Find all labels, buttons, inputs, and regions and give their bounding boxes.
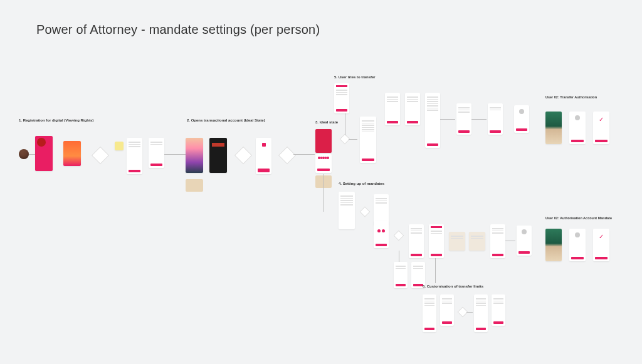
screen-s3-form-c[interactable]	[456, 103, 471, 135]
connector-h2	[440, 119, 455, 120]
decision-node-2[interactable]	[234, 147, 252, 164]
section-2-label: 2. Opens transactional account (Ideal St…	[187, 118, 265, 122]
connector-s2s3	[293, 154, 315, 155]
primary-button	[336, 109, 347, 112]
error-banner-icon	[212, 143, 224, 147]
section-4-label: 4. Setting up of mandates	[339, 182, 384, 185]
primary-button	[442, 321, 452, 324]
primary-button	[516, 128, 527, 131]
flow-canvas[interactable]: Power of Attorney - mandate settings (pe…	[0, 0, 642, 364]
primary-button	[571, 257, 584, 259]
section-5-label: 5. User tries to transfer	[334, 75, 376, 79]
screen-s6-b[interactable]	[440, 294, 454, 326]
screen-u1-avatar[interactable]	[569, 112, 586, 144]
user-flow-2-label: User 02: Authorisation Account Mandate	[545, 216, 612, 220]
screen-lockscreen-2[interactable]	[545, 229, 562, 261]
screen-dark[interactable]	[209, 138, 227, 173]
screen-s3-list-1[interactable]	[360, 117, 376, 163]
screen-s3-form-d[interactable]	[488, 103, 503, 135]
primary-button	[407, 121, 418, 123]
avatar-icon	[519, 109, 524, 114]
primary-button	[493, 321, 503, 324]
screen-u2-avatar[interactable]	[569, 229, 586, 261]
page-title: Power of Attorney - mandate settings (pe…	[36, 23, 320, 37]
primary-button	[129, 170, 140, 172]
primary-button	[317, 169, 330, 171]
decision-mini-2[interactable]	[360, 207, 371, 217]
connector-h4	[505, 241, 515, 241]
screen-alert[interactable]	[256, 138, 271, 174]
primary-button	[490, 130, 501, 133]
dot-icon	[377, 229, 381, 232]
decision-node-3[interactable]	[278, 147, 296, 164]
primary-button	[387, 121, 398, 123]
screen-s4-gray-2[interactable]	[469, 232, 485, 251]
screen-s4-avatar[interactable]	[517, 226, 532, 256]
section-6-label: 6. Customisation of transfer limits	[423, 284, 483, 288]
primary-button	[150, 164, 162, 166]
avatar-icon	[575, 115, 580, 120]
screen-red-card[interactable]	[315, 129, 332, 153]
decision-mini-3[interactable]	[394, 231, 404, 241]
primary-button	[458, 130, 470, 133]
dot-icon	[382, 229, 385, 232]
connector-s1s2	[164, 154, 186, 155]
connector	[29, 154, 35, 155]
screen-s6-d[interactable]	[492, 294, 505, 326]
user-flow-1-label: User 02: Transfer Authorisation	[545, 95, 597, 99]
screen-form-2[interactable]	[149, 138, 164, 168]
flow-start-node[interactable]	[19, 149, 29, 159]
screen-s4-a2[interactable]	[374, 221, 389, 248]
screen-s3-form-a[interactable]	[385, 93, 400, 125]
screen-s3-form-b[interactable]	[405, 93, 420, 125]
screen-form-1[interactable]	[127, 138, 142, 174]
screen-s3-long[interactable]	[425, 93, 440, 148]
screen-s4-d[interactable]	[490, 224, 505, 258]
screen-u1-success[interactable]: ✓	[593, 112, 609, 144]
connector-h	[349, 139, 357, 140]
screen-card-orange[interactable]	[63, 141, 81, 166]
primary-button	[411, 254, 422, 256]
primary-button	[396, 284, 406, 286]
decision-node[interactable]	[92, 147, 109, 164]
screen-iphone-home[interactable]	[186, 138, 203, 173]
screen-s4-b[interactable]	[409, 224, 424, 258]
header-strip	[431, 226, 442, 228]
screen-s5-1[interactable]	[334, 83, 349, 113]
screen-under-red[interactable]	[315, 154, 332, 173]
logo-icon	[37, 138, 46, 147]
primary-button	[595, 257, 608, 259]
primary-button	[258, 169, 270, 172]
primary-button	[571, 140, 584, 142]
avatar-icon	[522, 229, 527, 234]
note-yellow[interactable]	[115, 142, 124, 150]
primary-button	[413, 284, 423, 286]
card-beige[interactable]	[186, 179, 203, 192]
primary-button	[595, 140, 608, 142]
screen-lockscreen-1[interactable]	[545, 112, 562, 144]
primary-button	[476, 328, 486, 330]
primary-button	[376, 244, 387, 246]
connector-h3	[471, 119, 487, 120]
primary-button	[424, 328, 434, 330]
hand-icon	[262, 143, 266, 147]
screen-s3-avatar[interactable]	[514, 105, 529, 133]
check-icon: ✓	[598, 234, 604, 240]
primary-button	[427, 143, 438, 146]
connector-h5	[466, 312, 473, 313]
screen-u2-success[interactable]: ✓	[593, 229, 609, 261]
screen-splash[interactable]	[35, 136, 53, 171]
screen-s4-e[interactable]	[394, 262, 408, 288]
connector-v2	[324, 174, 324, 212]
primary-button	[362, 159, 374, 161]
header-strip	[336, 85, 347, 87]
screen-s6-c[interactable]	[474, 294, 488, 332]
screen-s4-c[interactable]	[429, 224, 444, 258]
primary-button	[431, 254, 442, 256]
primary-button	[518, 251, 530, 254]
connector-v4	[435, 258, 436, 283]
screen-s6-a[interactable]	[423, 294, 436, 332]
screen-s4-gray-1[interactable]	[449, 232, 465, 251]
section-1-label: 1. Registration for digital (Viewing Rig…	[19, 118, 93, 122]
screen-s4-list[interactable]	[339, 192, 355, 229]
